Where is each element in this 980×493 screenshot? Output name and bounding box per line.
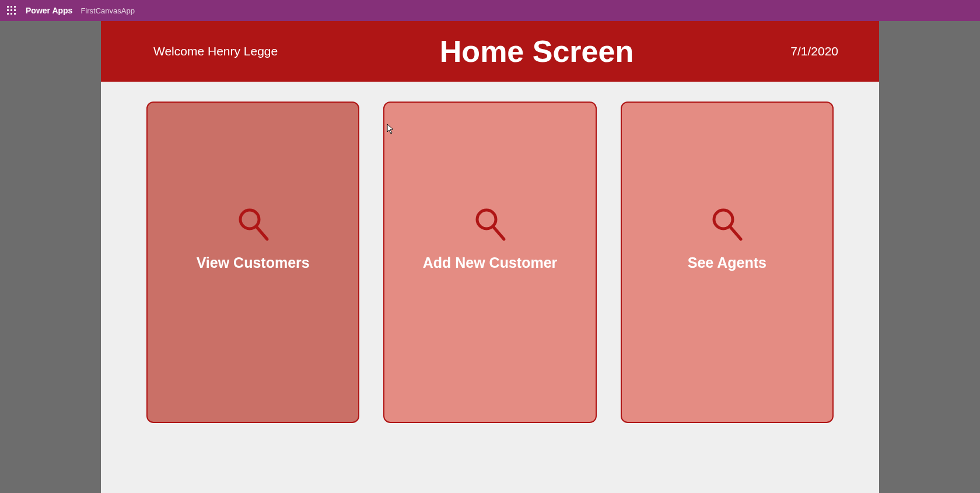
tile-add-new-customer[interactable]: Add New Customer: [383, 102, 596, 423]
search-icon: [710, 207, 743, 244]
search-icon: [237, 207, 270, 244]
power-apps-top-bar: Power Apps FirstCanvasApp: [0, 0, 980, 21]
svg-line-5: [730, 226, 741, 239]
app-header: Welcome Henry Legge Home Screen 7/1/2020: [101, 21, 879, 82]
tile-label: See Agents: [688, 254, 766, 271]
search-icon: [474, 207, 506, 244]
svg-line-1: [256, 226, 267, 239]
brand-label: Power Apps: [26, 6, 72, 15]
tile-label: Add New Customer: [423, 254, 558, 271]
date-text: 7/1/2020: [722, 44, 838, 58]
tile-view-customers[interactable]: View Customers: [146, 102, 359, 423]
svg-line-3: [493, 226, 504, 239]
tile-see-agents[interactable]: See Agents: [621, 102, 834, 423]
tiles-container: View Customers Add New Customer See Agen…: [101, 82, 879, 423]
app-name-label: FirstCanvasApp: [80, 6, 134, 15]
tile-label: View Customers: [197, 254, 310, 271]
welcome-text: Welcome Henry Legge: [153, 44, 352, 58]
screen-title: Home Screen: [352, 34, 722, 69]
canvas-app-area: Welcome Henry Legge Home Screen 7/1/2020…: [101, 21, 879, 493]
app-launcher-icon[interactable]: [7, 6, 16, 15]
